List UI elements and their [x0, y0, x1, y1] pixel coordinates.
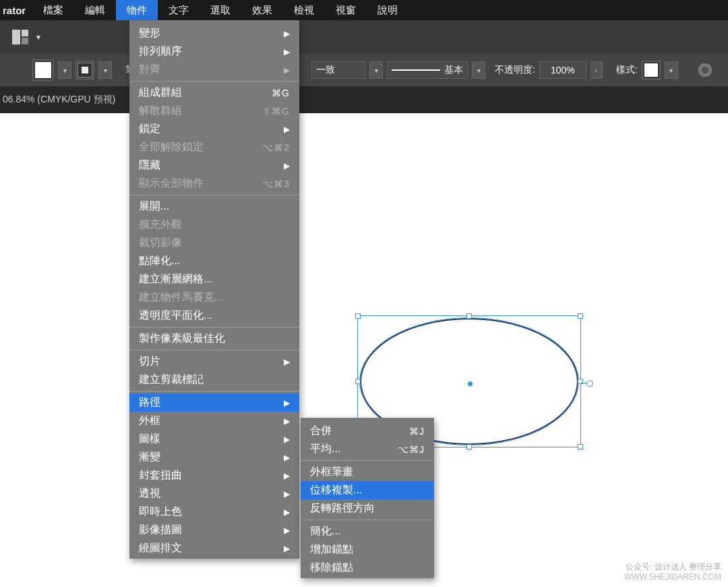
- menu-item[interactable]: 增加錨點: [301, 540, 434, 559]
- document-tab[interactable]: 06.84% (CMYK/GPU 預視): [3, 94, 115, 106]
- menu-file[interactable]: 檔案: [32, 0, 74, 20]
- shape-widget-handle[interactable]: [586, 380, 593, 387]
- menu-object[interactable]: 物件: [116, 0, 158, 20]
- submenu-arrow-icon: ▶: [284, 435, 290, 444]
- recolor-icon[interactable]: [697, 62, 713, 78]
- watermark: 公众号: 设计达人 整理分享 WWW.SHEJIDAREN.COM: [624, 562, 721, 583]
- menu-item[interactable]: 組成群組⌘G: [129, 84, 299, 102]
- stroke-profile[interactable]: 一致: [311, 61, 365, 79]
- submenu-arrow-icon: ▶: [284, 507, 290, 517]
- resize-handle[interactable]: [578, 313, 583, 319]
- resize-handle[interactable]: [355, 379, 361, 384]
- menu-item: 裁切影像: [129, 234, 299, 252]
- menu-item: 解散群組⇧⌘G: [129, 102, 299, 120]
- submenu-arrow-icon: ▶: [284, 471, 290, 481]
- opacity-label: 不透明度:: [495, 64, 535, 76]
- menu-edit[interactable]: 編輯: [74, 0, 116, 20]
- opacity-stepper[interactable]: ›: [590, 61, 603, 79]
- submenu-arrow-icon: ▶: [284, 65, 290, 75]
- submenu-arrow-icon: ▶: [284, 29, 290, 38]
- menu-item[interactable]: 合併⌘J: [301, 422, 434, 440]
- object-menu: 變形▶排列順序▶對齊▶組成群組⌘G解散群組⇧⌘G鎖定▶全部解除鎖定⌥⌘2隱藏▶顯…: [129, 20, 299, 559]
- menu-item: 建立物件馬賽克...: [129, 288, 299, 307]
- submenu-arrow-icon: ▶: [284, 544, 290, 553]
- menu-help[interactable]: 說明: [367, 0, 408, 20]
- menu-effect[interactable]: 效果: [241, 0, 283, 20]
- chevron-down-icon[interactable]: ▾: [36, 32, 40, 42]
- menu-item[interactable]: 簡化...: [301, 522, 434, 540]
- submenu-arrow-icon: ▶: [284, 489, 290, 499]
- menu-item[interactable]: 變形▶: [129, 24, 299, 42]
- svg-rect-0: [12, 30, 20, 44]
- menu-item[interactable]: 即時上色▶: [129, 503, 299, 521]
- submenu-arrow-icon: ▶: [284, 453, 290, 462]
- menu-type[interactable]: 文字: [158, 0, 200, 20]
- menu-item[interactable]: 建立剪裁標記: [129, 371, 299, 389]
- brush-def[interactable]: 基本: [387, 61, 468, 79]
- menu-item[interactable]: 隱藏▶: [129, 156, 299, 175]
- menu-item[interactable]: 平均...⌥⌘J: [301, 440, 434, 458]
- menu-item[interactable]: 移除錨點: [301, 559, 434, 577]
- menu-item[interactable]: 路徑▶: [129, 394, 299, 412]
- control-bar: ▾ ▾ 筆 一致 ▾ 基本 ▾ 不透明度: › 樣式: ▾: [0, 54, 728, 86]
- menu-item[interactable]: 點陣化...: [129, 252, 299, 270]
- graphic-style-swatch[interactable]: [642, 61, 661, 80]
- menu-view[interactable]: 檢視: [283, 0, 325, 20]
- resize-handle[interactable]: [578, 444, 583, 450]
- menu-item[interactable]: 透明度平面化...: [129, 307, 299, 325]
- svg-rect-1: [22, 30, 28, 36]
- opacity-input[interactable]: [539, 61, 586, 79]
- document-tab-bar: 06.84% (CMYK/GPU 預視): [0, 86, 728, 113]
- menu-item[interactable]: 製作像素級最佳化: [129, 330, 299, 348]
- fill-swatch[interactable]: [32, 59, 54, 81]
- resize-handle[interactable]: [466, 444, 472, 450]
- path-submenu: 合併⌘J平均...⌥⌘J外框筆畫位移複製...反轉路徑方向簡化...增加錨點移除…: [301, 418, 434, 578]
- menu-item[interactable]: 排列順序▶: [129, 42, 299, 61]
- menu-item[interactable]: 封套扭曲▶: [129, 466, 299, 485]
- menu-select[interactable]: 選取: [200, 0, 241, 20]
- stroke-swatch[interactable]: [75, 61, 94, 80]
- menu-item[interactable]: 圖樣▶: [129, 430, 299, 448]
- menu-item[interactable]: 展開...: [129, 197, 299, 216]
- menu-item: 對齊▶: [129, 61, 299, 79]
- menu-item: 顯示全部物件⌥⌘3: [129, 175, 299, 193]
- resize-handle[interactable]: [466, 313, 472, 319]
- app-name: rator: [0, 5, 32, 16]
- fill-dropdown[interactable]: ▾: [58, 61, 71, 79]
- resize-handle[interactable]: [355, 313, 361, 319]
- submenu-arrow-icon: ▶: [284, 416, 290, 426]
- menu-item[interactable]: 建立漸層網格...: [129, 270, 299, 288]
- menu-item[interactable]: 影像描圖▶: [129, 521, 299, 539]
- stroke-profile-dd[interactable]: ▾: [369, 61, 383, 79]
- menu-item[interactable]: 漸變▶: [129, 448, 299, 466]
- menu-item[interactable]: 反轉路徑方向: [301, 499, 434, 518]
- menu-item[interactable]: 外框▶: [129, 412, 299, 430]
- app-bar: ▾: [0, 20, 728, 54]
- menu-item: 全部解除鎖定⌥⌘2: [129, 138, 299, 156]
- submenu-arrow-icon: ▶: [284, 357, 290, 367]
- brush-def-dd[interactable]: ▾: [472, 61, 485, 79]
- menu-item[interactable]: 切片▶: [129, 352, 299, 371]
- center-point: [468, 381, 473, 386]
- menu-item: 擴充外觀: [129, 216, 299, 234]
- submenu-arrow-icon: ▶: [284, 47, 290, 57]
- menu-item[interactable]: 位移複製...: [301, 481, 434, 499]
- stroke-dropdown[interactable]: ▾: [98, 61, 112, 79]
- menu-item[interactable]: 外框筆畫: [301, 463, 434, 481]
- menubar: rator 檔案 編輯 物件 文字 選取 效果 檢視 視窗 說明: [0, 0, 728, 20]
- svg-rect-2: [22, 38, 28, 44]
- submenu-arrow-icon: ▶: [284, 161, 290, 171]
- submenu-arrow-icon: ▶: [284, 125, 290, 134]
- workspace-icon[interactable]: [12, 30, 28, 44]
- submenu-arrow-icon: ▶: [284, 398, 290, 408]
- submenu-arrow-icon: ▶: [284, 526, 290, 535]
- menu-item[interactable]: 繞圖排文▶: [129, 539, 299, 557]
- menu-window[interactable]: 視窗: [325, 0, 367, 20]
- menu-item[interactable]: 鎖定▶: [129, 120, 299, 138]
- graphic-style-dd[interactable]: ▾: [665, 61, 678, 79]
- style-label: 樣式:: [616, 64, 638, 76]
- menu-item[interactable]: 透視▶: [129, 485, 299, 503]
